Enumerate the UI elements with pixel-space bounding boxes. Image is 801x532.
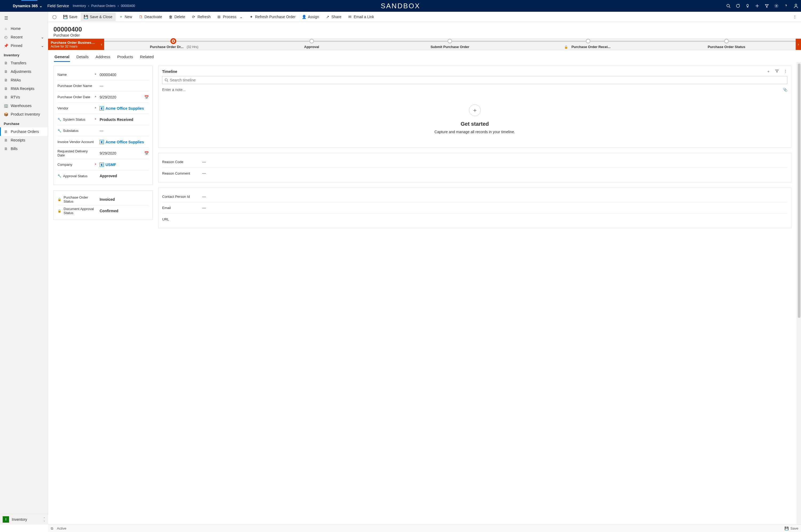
attach-icon[interactable]: 📎 [783,88,787,92]
tab-details[interactable]: Details [76,53,89,62]
field-value[interactable]: --- [100,84,149,88]
timeline-note-input[interactable]: Enter a note... 📎 [162,86,787,94]
field-req-delivery-date[interactable]: Requested Delivery Date 9/29/2020📅 [57,148,149,159]
empty-title: Get started [461,121,489,127]
bpf-next-button[interactable]: › [796,39,801,50]
refresh-po-button[interactable]: ✦Refresh Purchase Order [246,13,299,21]
key-icon: 🔧 [57,129,61,133]
tab-address[interactable]: Address [95,53,111,62]
breadcrumb-item[interactable]: Purchase Orders [91,4,116,8]
sidebar-bills[interactable]: 🗎Bills [0,145,48,153]
search-icon[interactable] [726,4,730,8]
brand-switcher[interactable]: Dynamics 365 ⌄ [13,4,42,8]
field-po-name[interactable]: Purchase Order Name --- [57,80,149,92]
breadcrumb-item[interactable]: 00000400 [121,4,135,8]
timeline-create-button[interactable]: ＋ [469,104,481,116]
new-button[interactable]: ＋New [116,13,135,21]
user-icon[interactable] [794,3,798,8]
share-button[interactable]: ↗Share [322,13,344,21]
bpf-prev-button[interactable]: ‹ [99,39,104,50]
field-vendor[interactable]: Vendor * ◧Acme Office Supplies [57,103,149,114]
sidebar-warehouses[interactable]: 🏢Warehouses [0,101,48,110]
tab-general[interactable]: General [54,53,70,62]
field-value[interactable]: --- [202,171,787,175]
sidebar-rma-receipts[interactable]: 🗎RMA Receipts [0,84,48,93]
save-button[interactable]: 💾Save [60,13,81,21]
back-button[interactable]: ◯ [49,13,60,21]
calendar-icon[interactable]: 📅 [144,151,149,155]
timeline-search-input[interactable] [170,78,785,82]
field-email[interactable]: Email --- [162,202,787,213]
sidebar-transfers[interactable]: 🗎Transfers [0,59,48,67]
calendar-icon[interactable]: 📅 [144,95,149,99]
bpf-stage-submit[interactable]: Submit Purchase Order [381,39,519,50]
help-icon[interactable] [784,4,788,8]
tab-related[interactable]: Related [139,53,154,62]
field-invoice-vendor[interactable]: Invoice Vendor Account ◧Acme Office Supp… [57,136,149,148]
filter-icon[interactable] [765,4,769,8]
save-close-button[interactable]: 💾Save & Close [81,13,116,21]
sidebar-adjustments[interactable]: 🗎Adjustments [0,67,48,76]
timeline-more-button[interactable]: ⋮ [784,69,787,74]
assign-button[interactable]: 👤Assign [299,13,322,21]
bpf-stage-receive[interactable]: 🔒Purchase Order Recei... [519,39,657,50]
more-commands[interactable]: ⋮ [790,13,800,21]
sidebar-label: Home [11,26,21,31]
refresh-button[interactable]: ⟳Refresh [188,13,214,21]
field-value[interactable]: Acme Office Supplies [106,106,144,111]
field-system-status[interactable]: 🔧System Status * Products Received [57,114,149,125]
sidebar-rmas[interactable]: 🗎RMAs [0,76,48,84]
task-icon[interactable] [736,4,740,8]
field-contact-person[interactable]: Contact Person Id --- [162,191,787,202]
bpf-stage-draft[interactable]: Purchase Order Dr...(32 Hrs) [104,39,243,50]
area-switcher[interactable]: I Inventory ⌃⌄ [0,514,48,525]
field-value[interactable]: --- [202,160,787,164]
sidebar-rtvs[interactable]: 🗎RTVs [0,93,48,101]
svg-point-7 [165,79,167,81]
sidebar-receipts[interactable]: 🗎Receipts [0,136,48,145]
delete-button[interactable]: 🗑Delete [165,13,188,21]
bpf-process-header[interactable]: Purchase Order Business ... Active for 3… [48,39,99,50]
field-value[interactable]: Acme Office Supplies [106,140,144,144]
breadcrumb-item[interactable]: Inventory [73,4,86,8]
field-url[interactable]: URL [162,213,787,225]
sidebar-pinned[interactable]: 📌Pinned⌄ [0,41,48,50]
field-value[interactable]: 9/29/2020 [100,95,116,99]
process-button[interactable]: ⊞Process⌄ [214,13,246,21]
tab-products[interactable]: Products [117,53,133,62]
sidebar-purchase-orders[interactable]: 🗎Purchase Orders [0,127,48,136]
field-value[interactable]: Approved [100,174,149,178]
email-link-button[interactable]: ✉Email a Link [344,13,377,21]
field-reason-code[interactable]: Reason Code --- [162,156,787,168]
timeline-add-button[interactable]: ＋ [766,69,770,74]
field-approval-status[interactable]: 🔧Approval Status Approved [57,170,149,182]
stage-duration: (32 Hrs) [187,45,198,49]
field-substatus[interactable]: 🔧Substatus --- [57,125,149,136]
field-name[interactable]: Name * 00000400 [57,69,149,80]
field-value[interactable]: --- [202,195,787,199]
bulb-icon[interactable] [745,4,750,8]
field-company[interactable]: Company * ◧USMF [57,159,149,170]
bpf-stage-approval[interactable]: Approval [243,39,381,50]
vertical-scrollbar[interactable] [797,62,801,525]
field-value[interactable]: Products Received [100,117,149,122]
field-po-date[interactable]: Purchase Order Date * 9/29/2020📅 [57,92,149,103]
timeline-filter-button[interactable] [775,69,779,74]
timeline-search[interactable] [162,76,787,84]
field-value[interactable]: --- [100,129,149,133]
sidebar-recent[interactable]: ◴Recent⌄ [0,33,48,41]
hamburger-icon[interactable]: ☰ [0,12,48,24]
gear-icon[interactable] [774,4,779,8]
plus-icon[interactable] [755,4,759,8]
deactivate-button[interactable]: 🗋Deactivate [135,13,165,21]
sidebar-home[interactable]: ⌂Home [0,24,48,33]
app-name[interactable]: Field Service [47,4,69,8]
sidebar-product-inventory[interactable]: 📦Product Inventory [0,110,48,118]
field-reason-comment[interactable]: Reason Comment --- [162,168,787,179]
sidebar-label: RMAs [11,78,21,82]
bpf-stage-status[interactable]: Purchase Order Status [657,39,796,50]
field-value[interactable]: 00000400 [100,73,149,77]
field-value[interactable]: --- [202,206,787,210]
field-value[interactable]: USMF [106,163,116,167]
field-value[interactable]: 9/29/2020 [100,151,116,155]
